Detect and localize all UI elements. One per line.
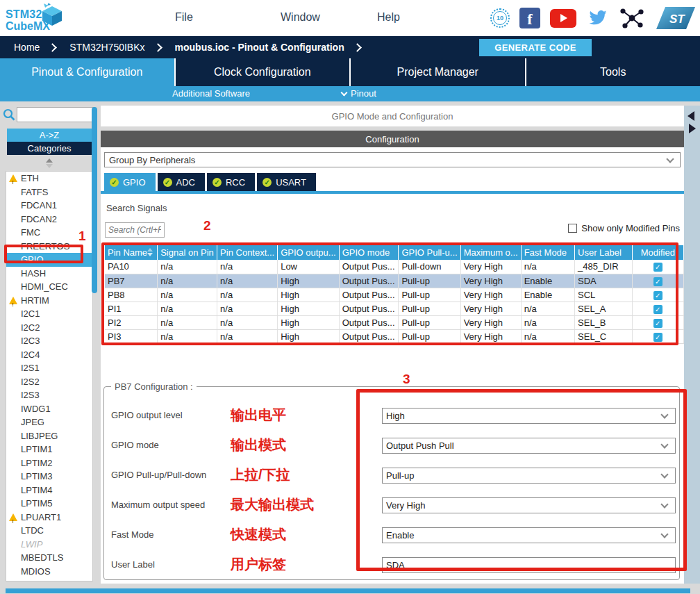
- stm32cubemx-logo[interactable]: STM32 CubeMX: [6, 2, 68, 34]
- st-logo-icon[interactable]: ST: [656, 6, 696, 30]
- youtube-icon[interactable]: [550, 9, 576, 28]
- column-header-modified[interactable]: Modified: [632, 245, 683, 260]
- facebook-icon[interactable]: f: [519, 8, 540, 28]
- column-header-pin-name[interactable]: Pin Name: [105, 245, 158, 260]
- table-row-pa10[interactable]: PA10n/an/aLowOutput Pus...Pull-downVery …: [105, 260, 684, 274]
- sidebar-scrollbar[interactable]: [92, 107, 97, 293]
- signal-search-input[interactable]: [105, 222, 165, 238]
- tab-clock-configuration[interactable]: Clock Configuration: [176, 58, 351, 86]
- sidebar-item-lptim2[interactable]: LPTIM2: [6, 456, 92, 470]
- sidebar-item-i2s2[interactable]: I2S2: [6, 375, 92, 389]
- sidebar-item-lptim5[interactable]: LPTIM5: [6, 497, 92, 511]
- sidebar-item-libjpeg[interactable]: LIBJPEG: [6, 429, 92, 443]
- table-row-pi2[interactable]: PI2n/an/aHighOutput Pus...Pull-upVery Hi…: [105, 315, 684, 329]
- cell: n/a: [521, 260, 574, 274]
- sidebar-item-label: I2S2: [21, 377, 40, 387]
- user-label-input[interactable]: SDA: [382, 557, 676, 573]
- collapse-left-arrow-icon[interactable]: [688, 111, 694, 121]
- modified-checkbox[interactable]: ✓: [653, 333, 662, 342]
- config-select-0[interactable]: High: [382, 408, 676, 424]
- column-header-gpio-outpu-[interactable]: GPIO outpu...: [278, 245, 340, 260]
- column-header-gpio-mode[interactable]: GPIO mode: [339, 245, 399, 260]
- sidebar-item-fdcan2[interactable]: FDCAN2: [6, 213, 92, 226]
- group-by-select[interactable]: Group By Peripherals: [104, 152, 681, 167]
- sidebar-item-jpeg[interactable]: JPEG: [6, 415, 92, 429]
- sidebar-item-fdcan1[interactable]: FDCAN1: [6, 199, 92, 213]
- checkbox-icon[interactable]: [568, 224, 577, 233]
- sidebar-item-i2c1[interactable]: I2C1: [6, 307, 92, 321]
- twitter-icon[interactable]: [586, 9, 608, 28]
- additional-software-dropdown[interactable]: Additional Software: [172, 88, 250, 99]
- ten-years-badge-icon[interactable]: 10: [490, 8, 510, 28]
- sidebar-item-hrtim[interactable]: HRTIM: [6, 294, 92, 308]
- modified-checkbox[interactable]: ✓: [653, 277, 662, 286]
- sort-az-tab[interactable]: A->Z: [7, 129, 92, 142]
- column-header-fast-mode[interactable]: Fast Mode: [521, 245, 574, 260]
- menu-help[interactable]: Help: [377, 11, 400, 24]
- pinout-dropdown[interactable]: Pinout: [342, 88, 376, 99]
- breadcrumb-mcu[interactable]: STM32H750IBKx: [65, 42, 149, 53]
- tab-tools[interactable]: Tools: [526, 58, 700, 86]
- sidebar-item-i2s3[interactable]: I2S3: [6, 388, 92, 402]
- tab-project-manager[interactable]: Project Manager: [351, 58, 526, 86]
- menu-file[interactable]: File: [175, 11, 193, 24]
- sidebar-item-i2s1[interactable]: I2S1: [6, 361, 92, 375]
- ptab-gpio[interactable]: ✓ GPIO: [104, 173, 156, 191]
- sidebar-item-label: I2C2: [21, 322, 40, 333]
- config-select-4[interactable]: Enable: [382, 527, 676, 543]
- sidebar-item-hdmi_cec[interactable]: HDMI_CEC: [6, 280, 92, 294]
- menu-window[interactable]: Window: [281, 11, 320, 24]
- tab-pinout-configuration[interactable]: Pinout & Configuration: [0, 58, 176, 86]
- column-header-maximum-o-[interactable]: Maximum o...: [460, 245, 521, 260]
- sidebar-item-mbedtls[interactable]: MBEDTLS: [6, 551, 92, 565]
- sidebar-item-mdma[interactable]: MDMA: [6, 578, 92, 581]
- sidebar-item-lwip[interactable]: LWIP: [6, 538, 92, 552]
- sidebar-item-label: HASH: [21, 268, 46, 279]
- sidebar-item-gpio[interactable]: GPIO: [6, 253, 92, 267]
- community-network-icon[interactable]: [618, 6, 646, 30]
- collapse-right-arrow-icon[interactable]: [689, 124, 696, 133]
- table-row-pb8[interactable]: PB8n/an/aHighOutput Pus...Pull-upVery Hi…: [105, 288, 684, 302]
- cell-modified: ✓: [632, 288, 683, 302]
- pins-table: Pin NameSignal on PinPin Context...GPIO …: [105, 245, 684, 344]
- sidebar-item-hash[interactable]: HASH: [6, 267, 92, 281]
- table-row-pb7[interactable]: PB7n/an/aHighOutput Pus...Pull-upVery Hi…: [105, 274, 684, 288]
- modified-checkbox[interactable]: ✓: [653, 291, 662, 300]
- sidebar-item-lptim1[interactable]: LPTIM1: [6, 443, 92, 456]
- config-select-3[interactable]: Very High: [382, 497, 676, 513]
- show-modified-pins[interactable]: Show only Modified Pins: [568, 223, 680, 233]
- breadcrumb-project[interactable]: moubus.ioc - Pinout & Configuration: [171, 42, 349, 53]
- column-header-signal-on-pin[interactable]: Signal on Pin: [158, 245, 217, 260]
- sidebar-item-ltdc[interactable]: LTDC: [6, 524, 92, 538]
- sort-updown-icon[interactable]: [44, 158, 53, 168]
- column-header-gpio-pull-u-[interactable]: GPIO Pull-u...: [399, 245, 460, 260]
- generate-code-button[interactable]: GENERATE CODE: [479, 39, 592, 56]
- config-select-1[interactable]: Output Push Pull: [382, 438, 676, 454]
- sidebar-search-input[interactable]: [17, 107, 95, 122]
- column-header-label: Pin Context...: [220, 247, 274, 258]
- categories-tab[interactable]: Categories: [7, 142, 92, 155]
- sidebar-item-lptim4[interactable]: LPTIM4: [6, 484, 92, 497]
- ptab-adc[interactable]: ✓ ADC: [158, 173, 205, 191]
- sidebar-item-lpuart1[interactable]: LPUART1: [6, 511, 92, 525]
- column-header-user-label[interactable]: User Label: [575, 245, 633, 260]
- modified-checkbox[interactable]: ✓: [653, 319, 662, 328]
- sidebar-item-i2c2[interactable]: I2C2: [6, 321, 92, 335]
- sidebar-item-fatfs[interactable]: FATFS: [6, 185, 92, 199]
- ptab-rcc[interactable]: ✓ RCC: [207, 173, 255, 191]
- modified-checkbox[interactable]: ✓: [653, 305, 662, 314]
- table-row-pi1[interactable]: PI1n/an/aHighOutput Pus...Pull-upVery Hi…: [105, 302, 684, 315]
- sidebar-item-label: LPTIM1: [21, 444, 53, 454]
- sidebar-item-mdios[interactable]: MDIOS: [6, 565, 92, 579]
- sidebar-item-eth[interactable]: ETH: [6, 172, 92, 185]
- sidebar-item-i2c4[interactable]: I2C4: [6, 348, 92, 362]
- table-row-pi3[interactable]: PI3n/an/aHighOutput Pus...Pull-upVery Hi…: [105, 329, 684, 343]
- sidebar-item-i2c3[interactable]: I2C3: [6, 334, 92, 348]
- ptab-usart[interactable]: ✓ USART: [257, 173, 316, 191]
- column-header-pin-context-[interactable]: Pin Context...: [217, 245, 278, 260]
- modified-checkbox[interactable]: ✓: [653, 263, 662, 272]
- sidebar-item-lptim3[interactable]: LPTIM3: [6, 470, 92, 484]
- breadcrumb-home[interactable]: Home: [0, 42, 44, 53]
- config-select-2[interactable]: Pull-up: [382, 468, 676, 484]
- sidebar-item-iwdg1[interactable]: IWDG1: [6, 402, 92, 416]
